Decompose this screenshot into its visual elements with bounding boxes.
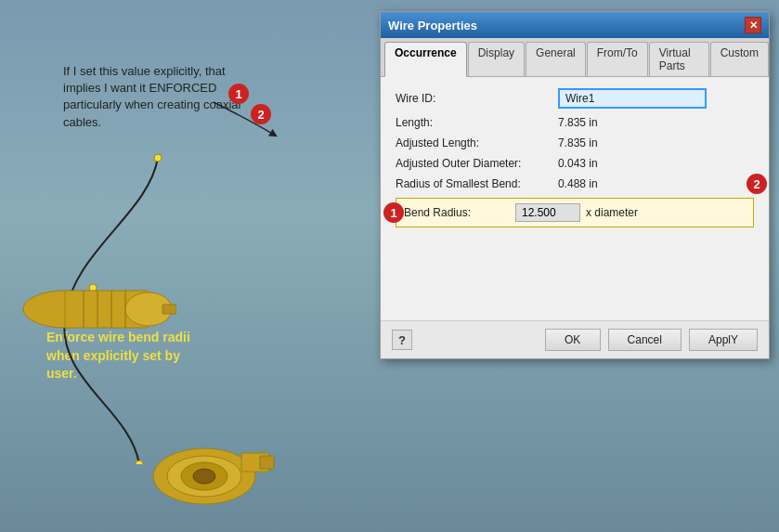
annotation-badge-1: 1 [228,84,249,104]
adjusted-outer-diameter-value: 0.043 in [558,157,598,170]
adjusted-length-row: Adjusted Length: 7.835 in [396,136,754,149]
close-button[interactable]: ✕ [745,17,761,33]
dialog-titlebar: Wire Properties ✕ [381,12,769,38]
adjusted-outer-diameter-row: Adjusted Outer Diameter: 0.043 in [396,157,754,170]
dialog-title: Wire Properties [388,19,477,32]
length-value: 7.835 in [558,116,598,129]
adjusted-length-label: Adjusted Length: [396,136,558,149]
cable-left-connector [19,272,176,346]
tab-fromto[interactable]: From/To [587,42,648,76]
adjusted-outer-diameter-label: Adjusted Outer Diameter: [396,157,558,170]
wire-id-row: Wire ID: [396,88,754,109]
wire-properties-dialog: Wire Properties ✕ Occurrence Display Gen… [380,11,770,359]
radius-smallest-bend-label: Radius of Smallest Bend: [396,177,558,190]
bend-radius-row: 1 Bend Radius: x diameter [396,198,754,227]
bend-radius-badge-1: 1 [383,202,404,223]
tab-occurrence[interactable]: Occurrence [384,42,467,77]
help-button[interactable]: ? [392,330,412,350]
svg-rect-16 [260,456,274,469]
svg-point-14 [193,469,215,484]
radius-smallest-bend-row: Radius of Smallest Bend: 0.488 in 2 [396,177,754,190]
bend-radius-label: Bend Radius: [404,206,515,219]
wire-id-label: Wire ID: [396,92,558,105]
svg-rect-6 [162,305,176,314]
length-label: Length: [396,116,558,129]
bend-radius-unit: x diameter [586,206,638,219]
dialog-footer: ? OK Cancel ApplY [381,320,769,358]
adjusted-length-value: 7.835 in [558,136,598,149]
cable-right-connector [130,421,279,513]
annotation-badge-2: 2 [251,104,271,124]
radius-bend-badge-2: 2 [747,174,767,194]
tab-display[interactable]: Display [468,42,525,76]
apply-button[interactable]: ApplY [689,329,758,351]
dialog-content: Wire ID: Length: 7.835 in Adjusted Lengt… [381,77,769,320]
tab-general[interactable]: General [526,42,586,76]
bend-radius-input[interactable] [515,203,580,222]
ok-button[interactable]: OK [545,329,601,351]
wire-id-input[interactable] [558,88,707,109]
length-row: Length: 7.835 in [396,116,754,129]
tab-bar: Occurrence Display General From/To Virtu… [381,38,769,77]
cancel-button[interactable]: Cancel [608,329,682,351]
radius-smallest-bend-value: 0.488 in [558,177,598,190]
content-spacer [396,235,754,309]
tab-custom[interactable]: Custom [710,42,769,76]
annotation-text-1: If I set this value explicitly, that imp… [63,63,249,131]
tab-virtual-parts[interactable]: Virtual Parts [649,42,709,76]
